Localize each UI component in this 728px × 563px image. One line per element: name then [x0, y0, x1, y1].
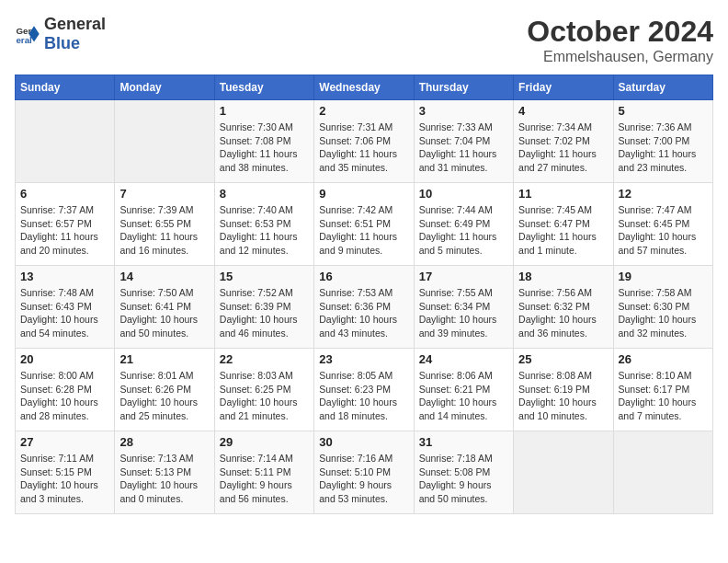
calendar-day-cell: 10 Sunrise: 7:44 AM Sunset: 6:49 PM Dayl… [414, 183, 513, 266]
sunset: Sunset: 6:21 PM [419, 384, 491, 395]
calendar-day-cell: 18 Sunrise: 7:56 AM Sunset: 6:32 PM Dayl… [514, 266, 613, 349]
day-number: 9 [319, 187, 408, 201]
daylight: Daylight: 10 hours and 21 minutes. [220, 396, 298, 421]
day-number: 23 [319, 352, 408, 366]
sunrise: Sunrise: 7:37 AM [20, 204, 94, 215]
weekday-header: Saturday [613, 75, 712, 100]
calendar-day-cell: 28 Sunrise: 7:13 AM Sunset: 5:13 PM Dayl… [115, 431, 214, 514]
logo-icon: Gen eral [15, 21, 40, 47]
day-info: Sunrise: 7:44 AM Sunset: 6:49 PM Dayligh… [419, 203, 508, 258]
daylight: Daylight: 11 hours and 23 minutes. [619, 148, 697, 173]
day-number: 25 [518, 352, 608, 366]
calendar-day-cell: 11 Sunrise: 7:45 AM Sunset: 6:47 PM Dayl… [514, 183, 613, 266]
calendar-day-cell: 30 Sunrise: 7:16 AM Sunset: 5:10 PM Dayl… [314, 431, 414, 514]
sunrise: Sunrise: 7:34 AM [518, 121, 592, 132]
daylight: Daylight: 10 hours and 25 minutes. [119, 396, 198, 421]
calendar-day-cell: 29 Sunrise: 7:14 AM Sunset: 5:11 PM Dayl… [214, 431, 313, 514]
sunrise: Sunrise: 7:11 AM [20, 453, 94, 464]
sunset: Sunset: 5:15 PM [20, 466, 92, 477]
day-number: 20 [20, 352, 109, 366]
calendar-day-cell: 22 Sunrise: 8:03 AM Sunset: 6:25 PM Dayl… [214, 349, 313, 431]
daylight: Daylight: 10 hours and 36 minutes. [518, 314, 597, 339]
sunrise: Sunrise: 7:45 AM [518, 204, 592, 215]
calendar-day-cell: 5 Sunrise: 7:36 AM Sunset: 7:00 PM Dayli… [613, 100, 712, 183]
daylight: Daylight: 11 hours and 1 minute. [518, 231, 597, 256]
calendar-day-cell: 8 Sunrise: 7:40 AM Sunset: 6:53 PM Dayli… [214, 183, 313, 266]
day-number: 13 [20, 270, 109, 283]
day-info: Sunrise: 7:58 AM Sunset: 6:30 PM Dayligh… [619, 286, 708, 340]
logo: Gen eral General Blue [15, 15, 106, 53]
day-number: 26 [619, 352, 708, 366]
daylight: Daylight: 10 hours and 10 minutes. [518, 396, 597, 421]
sunrise: Sunrise: 7:44 AM [419, 204, 493, 215]
location-title: Emmelshausen, Germany [527, 49, 713, 65]
sunset: Sunset: 6:30 PM [619, 301, 690, 312]
calendar-day-cell: 20 Sunrise: 8:00 AM Sunset: 6:28 PM Dayl… [16, 349, 115, 431]
daylight: Daylight: 10 hours and 57 minutes. [619, 231, 697, 256]
sunrise: Sunrise: 7:42 AM [319, 204, 392, 215]
calendar-week-row: 1 Sunrise: 7:30 AM Sunset: 7:08 PM Dayli… [16, 100, 713, 183]
daylight: Daylight: 10 hours and 18 minutes. [319, 396, 397, 421]
day-number: 1 [220, 104, 309, 118]
sunset: Sunset: 6:17 PM [619, 384, 690, 395]
sunrise: Sunrise: 7:39 AM [119, 204, 193, 215]
daylight: Daylight: 10 hours and 14 minutes. [419, 396, 497, 421]
day-number: 30 [319, 435, 408, 449]
day-info: Sunrise: 7:53 AM Sunset: 6:36 PM Dayligh… [319, 286, 408, 340]
sunrise: Sunrise: 7:18 AM [419, 453, 493, 464]
day-number: 11 [518, 187, 608, 201]
day-number: 15 [220, 270, 309, 283]
sunset: Sunset: 5:08 PM [419, 466, 491, 477]
weekday-header: Wednesday [314, 75, 414, 100]
daylight: Daylight: 10 hours and 43 minutes. [319, 314, 397, 339]
sunset: Sunset: 7:06 PM [319, 135, 391, 146]
day-number: 19 [619, 270, 708, 283]
daylight: Daylight: 11 hours and 35 minutes. [319, 148, 397, 173]
sunrise: Sunrise: 7:31 AM [319, 121, 392, 132]
day-number: 17 [419, 270, 508, 283]
day-info: Sunrise: 8:01 AM Sunset: 6:26 PM Dayligh… [119, 369, 209, 423]
daylight: Daylight: 10 hours and 0 minutes. [119, 479, 198, 504]
calendar-day-cell: 14 Sunrise: 7:50 AM Sunset: 6:41 PM Dayl… [115, 266, 214, 349]
weekday-header-row: SundayMondayTuesdayWednesdayThursdayFrid… [16, 75, 713, 100]
calendar-day-cell: 3 Sunrise: 7:33 AM Sunset: 7:04 PM Dayli… [414, 100, 513, 183]
calendar-day-cell: 23 Sunrise: 8:05 AM Sunset: 6:23 PM Dayl… [314, 349, 414, 431]
day-info: Sunrise: 7:42 AM Sunset: 6:51 PM Dayligh… [319, 203, 408, 258]
sunset: Sunset: 6:43 PM [20, 301, 92, 312]
day-info: Sunrise: 7:33 AM Sunset: 7:04 PM Dayligh… [419, 121, 508, 175]
day-number: 14 [119, 270, 209, 283]
daylight: Daylight: 11 hours and 31 minutes. [419, 148, 497, 173]
calendar-day-cell: 21 Sunrise: 8:01 AM Sunset: 6:26 PM Dayl… [115, 349, 214, 431]
day-info: Sunrise: 7:36 AM Sunset: 7:00 PM Dayligh… [619, 121, 708, 175]
day-number: 3 [419, 104, 508, 118]
calendar-day-cell: 26 Sunrise: 8:10 AM Sunset: 6:17 PM Dayl… [613, 349, 712, 431]
weekday-header: Sunday [16, 75, 115, 100]
sunset: Sunset: 6:23 PM [319, 384, 391, 395]
day-info: Sunrise: 7:34 AM Sunset: 7:02 PM Dayligh… [518, 121, 608, 175]
calendar-day-cell: 2 Sunrise: 7:31 AM Sunset: 7:06 PM Dayli… [314, 100, 414, 183]
day-number: 4 [518, 104, 608, 118]
calendar-day-cell [115, 100, 214, 183]
day-info: Sunrise: 7:52 AM Sunset: 6:39 PM Dayligh… [220, 286, 309, 340]
day-info: Sunrise: 7:18 AM Sunset: 5:08 PM Dayligh… [419, 452, 508, 506]
sunset: Sunset: 6:55 PM [119, 218, 191, 229]
day-number: 5 [619, 104, 708, 118]
sunset: Sunset: 5:10 PM [319, 466, 391, 477]
sunrise: Sunrise: 8:08 AM [518, 370, 592, 381]
daylight: Daylight: 11 hours and 38 minutes. [220, 148, 298, 173]
calendar-day-cell [514, 431, 613, 514]
sunset: Sunset: 6:47 PM [518, 218, 590, 229]
daylight: Daylight: 10 hours and 39 minutes. [419, 314, 497, 339]
calendar-day-cell [613, 431, 712, 514]
sunrise: Sunrise: 8:10 AM [619, 370, 692, 381]
weekday-header: Tuesday [214, 75, 313, 100]
day-number: 16 [319, 270, 408, 283]
day-info: Sunrise: 8:05 AM Sunset: 6:23 PM Dayligh… [319, 369, 408, 423]
sunset: Sunset: 7:00 PM [619, 135, 690, 146]
day-number: 2 [319, 104, 408, 118]
sunset: Sunset: 5:13 PM [119, 466, 191, 477]
calendar-day-cell: 24 Sunrise: 8:06 AM Sunset: 6:21 PM Dayl… [414, 349, 513, 431]
sunset: Sunset: 6:32 PM [518, 301, 590, 312]
sunset: Sunset: 6:51 PM [319, 218, 391, 229]
day-info: Sunrise: 7:16 AM Sunset: 5:10 PM Dayligh… [319, 452, 408, 506]
